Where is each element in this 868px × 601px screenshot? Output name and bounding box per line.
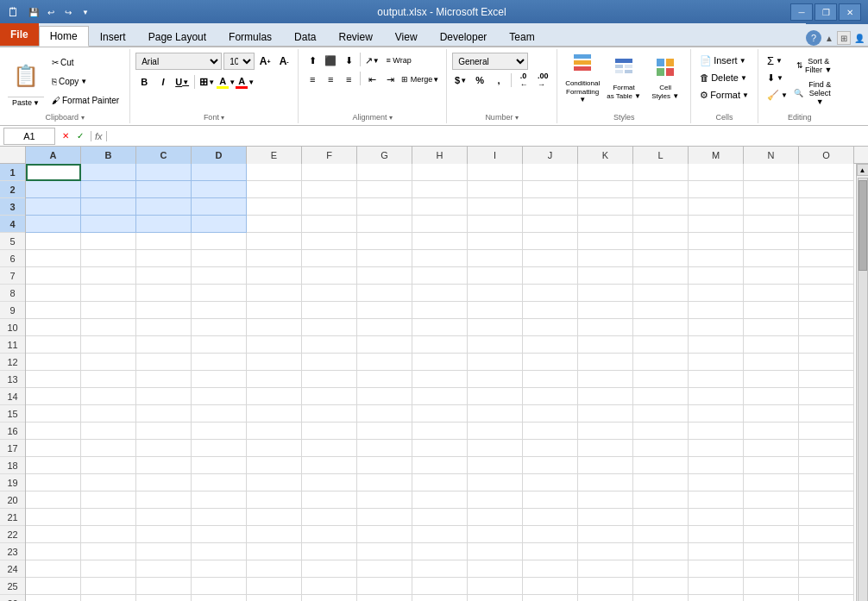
cell-N21[interactable]	[744, 509, 799, 526]
cell-C24[interactable]	[136, 560, 192, 578]
cell-H6[interactable]	[412, 250, 468, 267]
cell-A26[interactable]	[26, 595, 81, 601]
decrease-decimal-button[interactable]: .0←	[515, 72, 532, 89]
cell-J11[interactable]	[523, 336, 578, 354]
cell-O4[interactable]	[799, 216, 854, 233]
cell-J2[interactable]	[523, 181, 578, 198]
cell-J18[interactable]	[523, 457, 578, 474]
cell-M9[interactable]	[689, 302, 744, 319]
cell-H17[interactable]	[412, 440, 468, 457]
cell-A5[interactable]	[26, 233, 81, 250]
file-tab[interactable]: File	[0, 23, 39, 46]
cell-I9[interactable]	[468, 302, 523, 319]
cell-F26[interactable]	[302, 595, 357, 601]
scroll-thumb[interactable]	[859, 180, 867, 271]
cell-L12[interactable]	[633, 354, 689, 371]
minimize-button[interactable]: ─	[790, 3, 813, 21]
cell-O1[interactable]	[799, 164, 854, 181]
cell-M3[interactable]	[689, 198, 744, 216]
cell-F22[interactable]	[302, 526, 357, 543]
account-button[interactable]: 👤	[854, 34, 865, 43]
cell-O18[interactable]	[799, 457, 854, 474]
cell-G1[interactable]	[357, 164, 412, 181]
clear-button[interactable]: 🧹 ▼	[764, 87, 791, 103]
cell-N4[interactable]	[744, 216, 799, 233]
close-button[interactable]: ✕	[839, 3, 861, 21]
cell-F10[interactable]	[302, 319, 357, 336]
cell-N7[interactable]	[744, 267, 799, 285]
cell-I17[interactable]	[468, 440, 523, 457]
cell-N15[interactable]	[744, 405, 799, 423]
conditional-formatting-button[interactable]: ConditionalFormatting ▼	[563, 53, 602, 104]
row-header-18[interactable]: 18	[0, 457, 25, 474]
cell-M14[interactable]	[689, 388, 744, 405]
cell-D26[interactable]	[192, 595, 247, 601]
cell-M1[interactable]	[689, 164, 744, 181]
cell-K13[interactable]	[578, 371, 633, 388]
cell-B7[interactable]	[81, 267, 136, 285]
quick-redo-button[interactable]: ↪	[60, 4, 76, 20]
cell-O25[interactable]	[799, 578, 854, 595]
cell-C3[interactable]	[136, 198, 192, 216]
cell-M17[interactable]	[689, 440, 744, 457]
tab-view[interactable]: View	[384, 26, 429, 47]
top-align-button[interactable]: ⬆	[304, 53, 321, 68]
help-button[interactable]: ?	[806, 30, 821, 46]
cell-A14[interactable]	[26, 388, 81, 405]
cell-I12[interactable]	[468, 354, 523, 371]
row-header-20[interactable]: 20	[0, 491, 25, 509]
cell-F20[interactable]	[302, 491, 357, 509]
cell-C11[interactable]	[136, 336, 192, 354]
cell-A17[interactable]	[26, 440, 81, 457]
cell-J9[interactable]	[523, 302, 578, 319]
left-align-button[interactable]: ≡	[304, 72, 321, 87]
cell-E21[interactable]	[247, 509, 302, 526]
cell-M21[interactable]	[689, 509, 744, 526]
cell-K1[interactable]	[578, 164, 633, 181]
cell-K3[interactable]	[578, 198, 633, 216]
cell-C26[interactable]	[136, 595, 192, 601]
font-expand-button[interactable]: ▾	[221, 114, 224, 122]
cell-B25[interactable]	[81, 578, 136, 595]
cell-M10[interactable]	[689, 319, 744, 336]
cell-H1[interactable]	[412, 164, 468, 181]
font-color-button[interactable]: A ▼	[236, 73, 254, 91]
cell-E11[interactable]	[247, 336, 302, 354]
cell-K16[interactable]	[578, 423, 633, 440]
cell-K11[interactable]	[578, 336, 633, 354]
cell-B12[interactable]	[81, 354, 136, 371]
cell-N13[interactable]	[744, 371, 799, 388]
cell-K12[interactable]	[578, 354, 633, 371]
cell-B15[interactable]	[81, 405, 136, 423]
cell-J17[interactable]	[523, 440, 578, 457]
cell-M4[interactable]	[689, 216, 744, 233]
cell-N10[interactable]	[744, 319, 799, 336]
cell-A19[interactable]	[26, 474, 81, 491]
cell-I6[interactable]	[468, 250, 523, 267]
cell-M26[interactable]	[689, 595, 744, 601]
col-header-o[interactable]: O	[799, 147, 854, 164]
cell-L20[interactable]	[633, 491, 689, 509]
cell-F16[interactable]	[302, 423, 357, 440]
cell-L13[interactable]	[633, 371, 689, 388]
cell-C2[interactable]	[136, 181, 192, 198]
cell-K5[interactable]	[578, 233, 633, 250]
cell-D7[interactable]	[192, 267, 247, 285]
cell-A12[interactable]	[26, 354, 81, 371]
cell-A20[interactable]	[26, 491, 81, 509]
cell-C6[interactable]	[136, 250, 192, 267]
cell-N2[interactable]	[744, 181, 799, 198]
cell-H14[interactable]	[412, 388, 468, 405]
cell-G8[interactable]	[357, 285, 412, 302]
cell-G3[interactable]	[357, 198, 412, 216]
cell-I24[interactable]	[468, 560, 523, 578]
cell-D3[interactable]	[192, 198, 247, 216]
quick-undo-button[interactable]: ↩	[43, 4, 59, 20]
cell-L16[interactable]	[633, 423, 689, 440]
cell-L1[interactable]	[633, 164, 689, 181]
cell-A21[interactable]	[26, 509, 81, 526]
cell-H9[interactable]	[412, 302, 468, 319]
cell-C9[interactable]	[136, 302, 192, 319]
cell-H2[interactable]	[412, 181, 468, 198]
cell-F24[interactable]	[302, 560, 357, 578]
